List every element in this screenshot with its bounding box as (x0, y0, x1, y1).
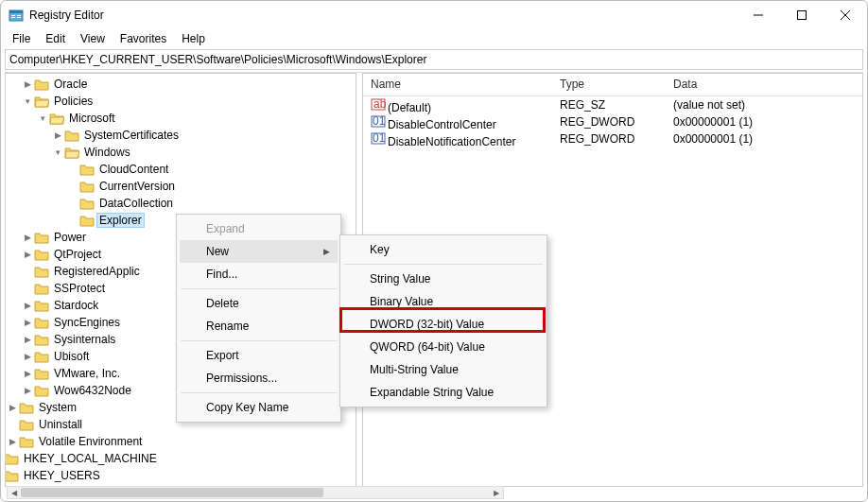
folder-icon (19, 401, 34, 414)
chevron-right-icon[interactable]: ▶ (21, 248, 34, 261)
submenu-arrow-icon: ▶ (323, 247, 330, 256)
menu-view[interactable]: View (73, 30, 113, 47)
ctx-new-key[interactable]: Key (343, 238, 544, 261)
folder-icon (34, 384, 49, 397)
chevron-right-icon[interactable]: ▶ (6, 401, 19, 414)
folder-icon (19, 418, 34, 431)
folder-icon (79, 197, 95, 210)
list-row[interactable]: 011DisableNotificationCenter REG_DWORD 0… (363, 130, 862, 147)
menu-edit[interactable]: Edit (38, 30, 73, 47)
minimize-button[interactable] (737, 1, 780, 29)
window-controls (737, 1, 867, 29)
chevron-right-icon[interactable]: ▶ (21, 350, 34, 363)
column-headers: Name Type Data (363, 74, 862, 96)
scroll-right-icon[interactable]: ▶ (490, 487, 503, 498)
folder-icon (34, 350, 49, 363)
ctx-new[interactable]: New▶ (180, 240, 338, 263)
list-row[interactable]: ab(Default) REG_SZ (value not set) (363, 96, 862, 113)
chevron-right-icon[interactable]: ▶ (51, 129, 64, 142)
chevron-down-icon[interactable]: ▾ (36, 112, 49, 125)
folder-open-icon (34, 95, 49, 108)
window-title: Registry Editor (29, 9, 104, 22)
svg-text:011: 011 (373, 114, 386, 128)
tree-horizontal-scrollbar[interactable]: ◀ ▶ (7, 486, 504, 499)
svg-text:ab: ab (373, 97, 386, 111)
ctx-new-multistring[interactable]: Multi-String Value (343, 358, 544, 381)
chevron-right-icon[interactable]: ▶ (21, 384, 34, 397)
svg-rect-5 (17, 17, 21, 18)
separator (181, 288, 337, 289)
ctx-new-string[interactable]: String Value (343, 268, 544, 290)
tree-node-hku[interactable]: ▶HKEY_USERS (5, 467, 356, 484)
folder-icon (34, 316, 49, 329)
tree-node-systemcerts[interactable]: ▶SystemCertificates (51, 127, 356, 144)
ctx-new-expandablestring[interactable]: Expandable String Value (343, 381, 544, 404)
tree-node-datacollection[interactable]: DataCollection (66, 195, 356, 212)
ctx-find[interactable]: Find... (180, 263, 338, 286)
folder-icon (34, 248, 49, 261)
chevron-right-icon[interactable]: ▶ (21, 299, 34, 312)
ctx-new-binary[interactable]: Binary Value (343, 290, 544, 313)
chevron-right-icon[interactable]: ▶ (21, 316, 34, 329)
ctx-permissions[interactable]: Permissions... (180, 367, 338, 389)
address-bar[interactable]: Computer\HKEY_CURRENT_USER\Software\Poli… (5, 49, 863, 70)
list-row[interactable]: 011DisableControlCenter REG_DWORD 0x0000… (363, 113, 862, 130)
folder-open-icon (64, 146, 79, 159)
tree-node-volatile[interactable]: ▶Volatile Environment (6, 433, 356, 450)
tree-node-oracle[interactable]: ▶Oracle (21, 76, 356, 93)
chevron-right-icon[interactable]: ▶ (21, 78, 34, 91)
chevron-right-icon[interactable]: ▶ (21, 367, 34, 380)
tree-node-policies[interactable]: ▾Policies (21, 93, 356, 110)
scrollbar-thumb[interactable] (21, 488, 323, 497)
tree-node-hklm[interactable]: ▶HKEY_LOCAL_MACHINE (5, 450, 356, 467)
folder-icon (34, 265, 49, 278)
tree-node-currentversion[interactable]: CurrentVersion (66, 178, 356, 195)
menu-file[interactable]: File (5, 30, 38, 47)
menu-favorites[interactable]: Favorites (113, 30, 174, 47)
ctx-new-dword[interactable]: DWORD (32-bit) Value (343, 313, 544, 336)
svg-rect-1 (9, 10, 23, 13)
ctx-export[interactable]: Export (180, 344, 338, 367)
svg-rect-2 (11, 15, 15, 16)
ctx-copy-key-name[interactable]: Copy Key Name (180, 396, 338, 419)
folder-icon (79, 163, 95, 176)
ctx-delete[interactable]: Delete (180, 292, 338, 315)
folder-icon (19, 435, 34, 448)
folder-icon (34, 333, 49, 346)
maximize-button[interactable] (780, 1, 824, 29)
folder-icon (34, 78, 49, 91)
folder-icon (34, 231, 49, 244)
ctx-rename[interactable]: Rename (180, 315, 338, 338)
context-menu: Expand New▶ Find... Delete Rename Export… (176, 214, 341, 423)
folder-icon (34, 299, 49, 312)
col-header-data[interactable]: Data (666, 74, 862, 95)
chevron-right-icon[interactable]: ▶ (21, 333, 34, 346)
folder-icon (79, 180, 95, 193)
separator (181, 340, 337, 341)
folder-icon (5, 469, 19, 482)
chevron-right-icon[interactable]: ▶ (6, 435, 19, 448)
folder-icon (64, 129, 79, 142)
folder-icon (5, 452, 19, 465)
tree-node-microsoft[interactable]: ▾Microsoft (36, 110, 356, 127)
svg-rect-4 (17, 15, 21, 16)
svg-rect-3 (11, 17, 15, 18)
ctx-expand[interactable]: Expand (180, 217, 338, 240)
chevron-down-icon[interactable]: ▾ (21, 95, 34, 108)
chevron-down-icon[interactable]: ▾ (51, 146, 64, 159)
address-text: Computer\HKEY_CURRENT_USER\Software\Poli… (9, 53, 426, 66)
menu-help[interactable]: Help (174, 30, 213, 47)
scroll-left-icon[interactable]: ◀ (8, 487, 21, 498)
tree-node-windows[interactable]: ▾Windows (51, 144, 356, 161)
folder-icon (79, 214, 95, 227)
ctx-new-qword[interactable]: QWORD (64-bit) Value (343, 336, 544, 358)
folder-icon (34, 367, 49, 380)
col-header-type[interactable]: Type (552, 74, 666, 95)
chevron-right-icon[interactable]: ▶ (21, 231, 34, 244)
tree-node-cloudcontent[interactable]: CloudContent (66, 161, 356, 178)
close-button[interactable] (824, 1, 867, 29)
svg-text:011: 011 (373, 131, 386, 145)
col-header-name[interactable]: Name (363, 74, 552, 95)
regedit-icon (9, 8, 24, 23)
menubar: File Edit View Favorites Help (1, 29, 867, 48)
